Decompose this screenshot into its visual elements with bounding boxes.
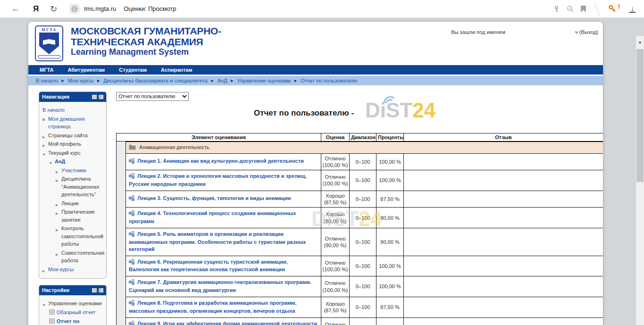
lesson-icon	[129, 300, 134, 306]
breadcrumb-link[interactable]: Управление оценками	[237, 78, 291, 83]
back-icon[interactable]: ←	[11, 4, 20, 14]
grade-item-link[interactable]: Лекция 1. Анимация как вид культурно-дос…	[137, 158, 304, 164]
tree-collapsed-icon[interactable]: ▶	[42, 132, 48, 140]
refresh-icon[interactable]: ↻	[50, 4, 57, 14]
logout-link[interactable]: ч (Выход)	[575, 29, 598, 35]
navigation-item: ▶Мой профиль	[41, 140, 105, 148]
navigation-item: ▶Контроль самостоятельной работы	[41, 225, 105, 248]
tree-collapsed-icon[interactable]: ▶	[56, 200, 61, 208]
block-collapse-icon[interactable]	[92, 95, 97, 99]
category-label: Анимационная деятельность	[139, 144, 209, 150]
tree-collapsed-icon[interactable]: ▶	[56, 208, 61, 216]
navbar-item[interactable]: Аспирантам	[161, 67, 192, 73]
feedback-cell	[404, 191, 603, 208]
breadcrumb-link[interactable]: Отчет по пользователю	[301, 78, 357, 83]
browser-toolbar: ← Я ↻ lms.mgta.ru Оценки: Просмотр ! ↓	[0, 0, 644, 18]
grade-row: Лекция 1. Анимация как вид культурно-дос…	[117, 153, 603, 170]
navigation-item-label[interactable]: Участники	[61, 167, 86, 175]
range-cell: 0–100	[350, 256, 376, 276]
report-icon	[49, 309, 55, 315]
breadcrumb-link[interactable]: Мои курсы	[68, 78, 93, 83]
login-info: Вы зашли под именемч (Выход)	[451, 29, 598, 35]
navigation-item-label[interactable]: Мои курсы	[48, 266, 74, 274]
tree-collapsed-icon[interactable]: ▶	[56, 249, 61, 257]
scrollbar-thumb[interactable]	[636, 49, 644, 182]
lesson-icon	[129, 279, 134, 285]
block-dock-icon[interactable]	[99, 95, 103, 99]
percent-cell: 100,00 %	[376, 317, 404, 325]
password-key-icon[interactable]	[553, 6, 560, 13]
navigation-item-label[interactable]: АнД	[55, 158, 65, 166]
navigation-item[interactable]: ▶Участники	[41, 167, 105, 175]
site-chip[interactable]	[69, 4, 80, 14]
tree-collapsed-icon[interactable]: ▶	[42, 266, 48, 274]
block-collapse-icon[interactable]	[92, 288, 97, 292]
settings-item-label[interactable]: Обзорный отчет	[57, 308, 95, 317]
navigation-item: ▼Текущий курс	[41, 149, 105, 157]
column-header-feedback: Отзыв	[404, 133, 603, 142]
page-background: МГТА МОСКОВСКАЯ ГУМАНИТАРНО- ТЕХНИЧЕСКАЯ…	[0, 18, 644, 325]
address-url[interactable]: lms.mgta.ru	[84, 5, 116, 12]
download-icon[interactable]: ↓	[629, 6, 636, 13]
grade-item-link[interactable]: Лекция 8. Подготовка и разработка анимац…	[129, 300, 296, 314]
grade-item-link[interactable]: Лекция 7. Драматургия анимационно-театра…	[129, 279, 311, 293]
logo-book-icon	[43, 39, 55, 45]
settings-item[interactable]: Отчет по пользователю	[41, 317, 105, 325]
percent-cell: 100,00 %	[376, 170, 404, 191]
breadcrumb-link[interactable]: В начало	[36, 78, 58, 83]
tree-collapsed-icon[interactable]: ▶	[56, 225, 61, 233]
tree-expanded-icon[interactable]: ▼	[42, 300, 48, 308]
grade-row: Лекция 7. Драматургия анимационно-театра…	[117, 276, 603, 297]
watermark-signal-icon	[380, 92, 399, 104]
report-type-select[interactable]: Отчет по пользователю	[116, 92, 189, 101]
vertical-scrollbar[interactable]: ▲ ▼	[636, 36, 644, 325]
tree-expanded-icon[interactable]: ▼	[42, 149, 48, 157]
grade-item-link[interactable]: Лекция 5. Роль аниматоров в организации …	[129, 231, 306, 252]
navigation-item[interactable]: ▼АнД	[41, 158, 105, 166]
lesson-icon	[129, 210, 134, 216]
academy-logo[interactable]: МГТА	[35, 25, 63, 61]
grade-row: Лекция 6. Рекреационная сущность туристс…	[117, 256, 603, 276]
percent-cell: 100,00 %	[376, 153, 404, 170]
grade-cell: Отлично(90,00 %)	[321, 228, 350, 256]
yandex-browser-icon[interactable]: Я	[33, 4, 39, 14]
grade-row: Лекция 2. История и хронология массовых …	[117, 170, 603, 191]
navigation-item[interactable]: ▶Мои курсы	[41, 266, 105, 274]
grade-cell: Отлично(100,00 %)	[321, 276, 350, 297]
scroll-up-arrow[interactable]: ▲	[636, 38, 644, 46]
navbar-item[interactable]: МГТА	[40, 67, 53, 73]
breadcrumb-link[interactable]: АнД	[217, 78, 227, 83]
navigation-item: ▶Самостоятельная работа	[41, 249, 105, 265]
tree-collapsed-icon[interactable]: ▶	[56, 167, 61, 175]
block-dock-icon[interactable]	[99, 288, 103, 292]
navigation-item-label: Текущий курс	[48, 149, 81, 157]
grade-item-link[interactable]: Лекция 4. Технологический процесс создан…	[129, 210, 296, 224]
bookmark-icon[interactable]	[581, 6, 586, 13]
settings-item[interactable]: Обзорный отчет	[41, 308, 105, 317]
percent-cell: 87,50 %	[376, 191, 404, 208]
navbar-item[interactable]: Студентам	[119, 67, 147, 73]
grade-row: Лекция 9. Игра как эффективная форма ани…	[117, 317, 603, 325]
navigation-item: ▶Страницы сайта	[41, 132, 105, 140]
tree-expanded-icon[interactable]: ▼	[49, 158, 55, 166]
protect-key-alert-icon[interactable]: !	[608, 4, 617, 14]
zoom-page-icon[interactable]	[567, 5, 574, 13]
tree-collapsed-icon[interactable]: ▶	[42, 140, 48, 148]
grade-item-link[interactable]: Лекция 6. Рекреационная сущность туристс…	[129, 259, 288, 273]
range-cell: 0–100	[350, 153, 376, 170]
navbar-item[interactable]: Абитуриентам	[67, 67, 105, 73]
feedback-cell	[404, 228, 603, 256]
grade-item-link[interactable]: Лекция 9. Игра как эффективная форма ани…	[129, 321, 317, 325]
settings-item-label[interactable]: Отчет по пользователю	[57, 317, 105, 325]
grade-item-link[interactable]: Лекция 2. История и хронология массовых …	[129, 173, 307, 187]
grade-row: Лекция 3. Сущность, функция, типология и…	[117, 191, 603, 208]
grade-item-link[interactable]: Лекция 3. Сущность, функция, типология и…	[137, 195, 291, 201]
navigation-item-label: Дисциплина "Анимационная деятельность"	[61, 175, 105, 199]
tree-collapsed-icon[interactable]: ▶	[56, 175, 61, 183]
grade-cell: Отлично(100,00 %)	[321, 153, 350, 170]
site-title: МОСКОВСКАЯ ГУМАНИТАРНО- ТЕХНИЧЕСКАЯ АКАД…	[71, 25, 221, 58]
lesson-icon	[129, 158, 134, 164]
breadcrumb-link[interactable]: Дисциплины бакалавриата и специалитета	[103, 78, 208, 83]
settings-item-label: Управление оценками	[48, 300, 102, 308]
grade-cell: Хорошо(87,50 %)	[321, 297, 350, 317]
